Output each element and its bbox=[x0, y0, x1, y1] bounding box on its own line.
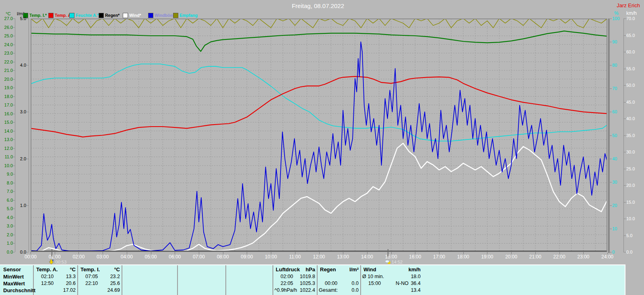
percent-axis-label: 40 bbox=[612, 157, 617, 161]
celsius-axis-tick bbox=[13, 191, 15, 192]
kmh-axis-tick bbox=[623, 119, 626, 119]
table-cell: 1019.8 bbox=[272, 274, 315, 279]
celsius-axis-tick bbox=[13, 62, 15, 62]
time-axis-tick bbox=[31, 252, 31, 254]
kmh-axis-label: 55.0 bbox=[626, 67, 635, 71]
celsius-axis-tick bbox=[13, 79, 15, 80]
lm2-axis-label: 4.0 bbox=[15, 63, 26, 68]
time-axis-tick bbox=[127, 252, 127, 254]
event-marker-time: 14:52 bbox=[392, 260, 403, 264]
time-axis-tick bbox=[319, 252, 320, 254]
lm2-axis-tick bbox=[27, 159, 29, 159]
percent-axis-tick bbox=[610, 252, 612, 252]
celsius-axis-tick bbox=[13, 114, 15, 114]
celsius-axis-tick bbox=[13, 157, 15, 157]
table-cell: 13.3 bbox=[33, 274, 76, 279]
table-cell: 20.6 bbox=[33, 281, 76, 286]
celsius-axis-tick bbox=[13, 96, 15, 97]
celsius-axis-label: 7.0 bbox=[0, 189, 13, 194]
kmh-axis-tick bbox=[623, 202, 626, 203]
time-axis-label: 16:00 bbox=[406, 254, 424, 259]
kmh-axis-label: 45.0 bbox=[626, 100, 635, 104]
celsius-axis-label: 14.0 bbox=[0, 129, 13, 133]
percent-axis-tick bbox=[610, 18, 612, 19]
time-axis-tick bbox=[583, 252, 584, 254]
percent-unit-label: % bbox=[614, 11, 619, 16]
celsius-axis-label: 12.0 bbox=[0, 146, 13, 151]
celsius-axis-label: 1.0 bbox=[0, 241, 13, 246]
celsius-axis-label: 18.0 bbox=[0, 94, 13, 99]
celsius-axis-tick bbox=[13, 53, 15, 53]
table-header-unit: °C bbox=[77, 267, 120, 272]
time-axis-tick bbox=[559, 252, 560, 254]
kmh-axis-tick bbox=[623, 52, 626, 52]
celsius-axis-label: 25.0 bbox=[0, 34, 13, 38]
table-cell: 17.02 bbox=[33, 288, 76, 293]
celsius-axis-tick bbox=[13, 174, 15, 174]
percent-axis-tick bbox=[610, 182, 612, 182]
celsius-axis-tick bbox=[13, 148, 15, 149]
celsius-axis-tick bbox=[13, 122, 15, 123]
credit-label: Jarz Erich bbox=[617, 3, 640, 8]
legend-label-empfang: Empfang bbox=[180, 13, 198, 18]
percent-axis-tick bbox=[610, 229, 612, 229]
time-axis-tick bbox=[78, 252, 79, 254]
celsius-axis-label: 9.0 bbox=[0, 172, 13, 176]
legend-label-temp_i: Temp. I.* bbox=[29, 13, 47, 18]
time-axis-label: 22:00 bbox=[551, 254, 568, 259]
kmh-axis-label: 65.0 bbox=[626, 33, 635, 38]
percent-axis-tick bbox=[610, 42, 612, 42]
kmh-axis-tick bbox=[623, 236, 626, 236]
celsius-axis-label: 24.0 bbox=[0, 43, 13, 47]
legend-label-regen: Regen* bbox=[105, 13, 120, 18]
event-marker-tick bbox=[52, 249, 52, 256]
table-cell: 25.6 bbox=[77, 281, 120, 286]
kmh-axis-label: 40.0 bbox=[626, 117, 635, 121]
table-row-label: MaxWert bbox=[3, 281, 25, 286]
page-title: Freitag, 08.07.2022 bbox=[0, 3, 636, 9]
kmh-axis-label: 60.0 bbox=[626, 50, 635, 54]
time-axis-label: 06:00 bbox=[166, 254, 184, 259]
celsius-axis-label: 3.0 bbox=[0, 224, 13, 228]
time-axis-tick bbox=[247, 252, 247, 254]
kmh-axis-tick bbox=[623, 102, 626, 102]
kmh-axis-label: 5.0 bbox=[626, 234, 632, 238]
celsius-axis-label: 23.0 bbox=[0, 51, 13, 55]
celsius-axis-tick bbox=[13, 200, 15, 201]
celsius-axis-tick bbox=[13, 70, 15, 71]
celsius-axis-tick bbox=[13, 166, 15, 166]
celsius-axis-label: 11.0 bbox=[0, 155, 13, 159]
celsius-axis-label: 8.0 bbox=[0, 181, 13, 185]
table-column-divider bbox=[177, 265, 178, 295]
lm2-axis-line bbox=[29, 18, 29, 252]
celsius-axis-tick bbox=[13, 45, 15, 45]
percent-axis-label: 60 bbox=[612, 110, 617, 114]
percent-axis-tick bbox=[610, 88, 612, 89]
table-cell: 0.0 bbox=[317, 281, 359, 286]
celsius-axis-label: 0.0 bbox=[0, 250, 13, 254]
time-axis-label: 02:00 bbox=[70, 254, 87, 259]
celsius-unit-label: °C bbox=[6, 12, 10, 16]
kmh-axis-label: 30.0 bbox=[626, 150, 635, 154]
percent-axis-label: 70 bbox=[612, 86, 617, 91]
time-axis-label: 12:00 bbox=[310, 254, 328, 259]
time-axis-label: 09:00 bbox=[238, 254, 256, 259]
celsius-axis-tick bbox=[13, 18, 15, 19]
table-header-unit: °C bbox=[33, 267, 76, 272]
celsius-axis-label: 16.0 bbox=[0, 112, 13, 116]
time-axis-label: 15:00 bbox=[382, 254, 400, 259]
table-header-unit: km/h bbox=[360, 267, 421, 272]
table-cell: 1022.4 bbox=[272, 288, 315, 293]
time-axis-label: 08:00 bbox=[214, 254, 232, 259]
time-axis-tick bbox=[511, 252, 512, 254]
celsius-axis-tick bbox=[13, 183, 15, 183]
feuchte_a-swatch-icon bbox=[69, 13, 74, 18]
percent-axis-tick bbox=[610, 135, 612, 136]
time-axis-tick bbox=[151, 252, 151, 254]
table-cell: 24.69 bbox=[77, 288, 120, 293]
kmh-axis-label: 15.0 bbox=[626, 200, 635, 205]
celsius-axis-tick bbox=[13, 131, 15, 131]
time-axis-label: 03:00 bbox=[94, 254, 111, 259]
percent-axis-tick bbox=[610, 65, 612, 66]
time-axis-label: 13:00 bbox=[334, 254, 352, 259]
